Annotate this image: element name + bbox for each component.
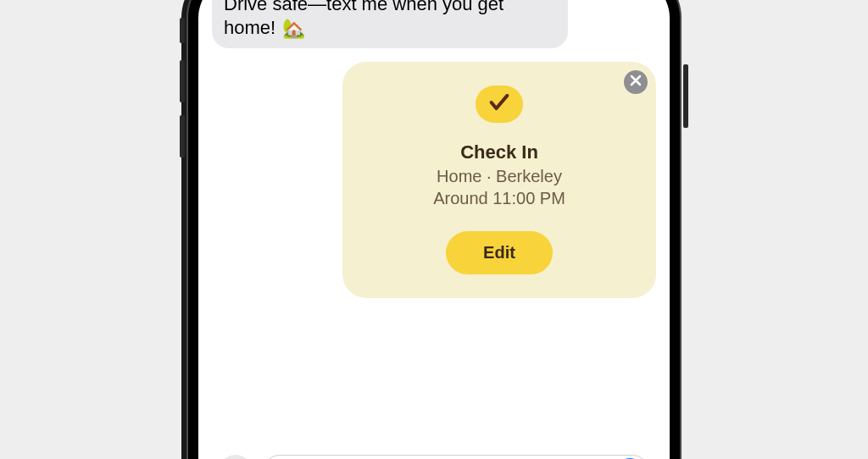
messages-area: Drive safe—text me when you get home! 🏡 — [198, 0, 670, 448]
phone-frame: Drive safe—text me when you get home! 🏡 — [188, 0, 680, 459]
phone-side-button — [180, 18, 185, 43]
message-text: Drive safe—text me when you get home! — [224, 0, 504, 38]
checkin-card-container: Check In Home · Berkeley Around 11:00 PM… — [212, 62, 656, 298]
checkin-location: Home · Berkeley — [437, 165, 562, 187]
compose-field[interactable] — [263, 455, 649, 459]
checkin-title: Check In — [460, 141, 538, 163]
phone-side-button — [180, 115, 185, 158]
checkin-card[interactable]: Check In Home · Berkeley Around 11:00 PM… — [342, 62, 656, 298]
checkmark-badge — [476, 86, 523, 123]
close-button[interactable] — [624, 70, 648, 94]
compose-row — [198, 448, 670, 459]
checkmark-icon — [487, 91, 511, 118]
phone-side-button — [180, 60, 185, 102]
checkin-time: Around 11:00 PM — [433, 187, 565, 209]
edit-button[interactable]: Edit — [446, 231, 553, 274]
phone-side-button — [683, 64, 688, 128]
incoming-message[interactable]: Drive safe—text me when you get home! 🏡 — [212, 0, 568, 48]
house-emoji: 🏡 — [282, 17, 305, 41]
attach-button[interactable] — [219, 455, 253, 459]
phone-screen: Drive safe—text me when you get home! 🏡 — [198, 0, 670, 459]
close-icon — [630, 75, 642, 90]
